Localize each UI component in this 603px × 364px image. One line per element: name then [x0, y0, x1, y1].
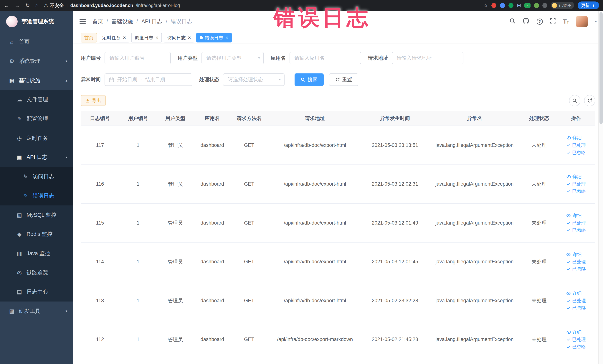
security-warning[interactable]: ⚠ 不安全 [44, 2, 64, 9]
hamburger-icon[interactable] [79, 19, 86, 25]
request-url-label: 请求地址 [368, 55, 388, 61]
cell-user-type: 管理员 [157, 126, 194, 165]
user-avatar[interactable] [576, 16, 588, 27]
tab[interactable]: 错误日志 × [196, 33, 232, 42]
reload-icon[interactable]: ↻ [25, 2, 30, 9]
search-button[interactable]: 搜索 [295, 73, 324, 86]
mark-processed-link[interactable]: 已处理 [566, 336, 586, 342]
refresh-button[interactable] [584, 95, 595, 106]
edit-config-icon: ✎ [16, 116, 23, 122]
detail-link[interactable]: 详细 [566, 329, 582, 335]
close-icon[interactable]: × [225, 35, 228, 40]
request-url-input[interactable] [392, 52, 464, 64]
process-status-select[interactable]: 请选择处理状态 ▾ [223, 73, 285, 86]
detail-link[interactable]: 详细 [566, 135, 582, 141]
breadcrumb-item[interactable]: 首页 [92, 18, 103, 25]
home-icon[interactable]: ⌂ [35, 2, 39, 9]
extension-icon-dark[interactable] [542, 3, 547, 8]
mark-processed-link[interactable]: 已处理 [566, 220, 586, 226]
close-icon[interactable]: × [156, 35, 159, 40]
app-title: 芋道管理系统 [22, 18, 54, 25]
sidebar-item-dev-tools[interactable]: ▩ 研发工具 ▾ [0, 302, 73, 321]
extension-on-badge[interactable]: on [524, 3, 531, 8]
extension-icon-red[interactable] [491, 3, 496, 8]
detail-link[interactable]: 详细 [566, 251, 582, 258]
detail-link[interactable]: 详细 [566, 212, 582, 219]
extension-icon-green[interactable] [509, 3, 513, 8]
tab[interactable]: 定时任务 × [99, 33, 129, 42]
sidebar-item-scheduled-tasks[interactable]: ◷ 定时任务 [0, 129, 73, 148]
font-size-small: T [567, 20, 569, 24]
sidebar-item-infrastructure[interactable]: ▦ 基础设施 ▴ [0, 71, 73, 90]
help-icon[interactable]: ? [537, 19, 543, 25]
breadcrumb-item[interactable]: API 日志 [133, 18, 162, 25]
mark-processed-link[interactable]: 已处理 [566, 259, 586, 265]
sidebar-item-file-management[interactable]: ☁ 文件管理 [0, 90, 73, 109]
mark-ignored-link[interactable]: 已忽略 [566, 227, 586, 233]
sidebar-item-log-center[interactable]: ▤ 日志中心 [0, 282, 73, 302]
sidebar-item-home[interactable]: ⌂ 首页 [0, 32, 73, 52]
breadcrumb-item[interactable]: 错误日志 [162, 18, 192, 25]
scrollbar[interactable] [598, 11, 603, 364]
sidebar-item-error-logs[interactable]: ✎ 错误日志 [0, 186, 73, 205]
cell-exception-name: java.lang.IllegalArgumentException [428, 320, 522, 359]
sidebar-item-label: 定时任务 [26, 134, 48, 142]
app-name-input[interactable] [290, 52, 361, 64]
detail-link[interactable]: 详细 [566, 174, 582, 180]
mark-processed-link[interactable]: 已处理 [566, 142, 586, 148]
date-separator: - [140, 77, 142, 82]
extension-icon-leaf[interactable] [534, 3, 539, 8]
sidebar-item-api-logs[interactable]: ▣ API 日志 ▴ [0, 148, 73, 167]
cell-log-id: 115 [81, 203, 119, 242]
cell-log-id: 112 [81, 320, 119, 359]
fullscreen-icon[interactable] [550, 18, 556, 25]
avatar-caret-icon[interactable]: ▾ [595, 19, 597, 24]
search-icon[interactable] [509, 18, 515, 25]
cell-method: GET [231, 320, 268, 359]
cell-exception-name: java.lang.IllegalArgumentException [428, 165, 522, 204]
mark-ignored-link[interactable]: 已忽略 [566, 344, 586, 350]
sidebar-item-config-management[interactable]: ✎ 配置管理 [0, 109, 73, 129]
script-paused-chip[interactable]: 已暂停 [551, 2, 574, 9]
sidebar-item-java-monitor[interactable]: ▥ Java 监控 [0, 244, 73, 263]
export-button[interactable]: 导出 [81, 95, 106, 106]
detail-link[interactable]: 详细 [566, 290, 582, 296]
sidebar-item-access-logs[interactable]: ✎ 访问日志 [0, 167, 73, 186]
address-bar[interactable]: ⚠ 不安全 | dashboard.yudao.iocoder.cn/infra… [44, 2, 180, 9]
mark-processed-link[interactable]: 已处理 [566, 298, 586, 304]
mark-ignored-link[interactable]: 已忽略 [566, 266, 586, 272]
sidebar-item-mysql-monitor[interactable]: ▧ MySQL 监控 [0, 205, 73, 225]
browser-update-button[interactable]: 更新 ⋮ [578, 1, 599, 9]
cell-actions: 详细 已处理 已忽略 [557, 165, 595, 204]
github-icon[interactable] [523, 18, 529, 26]
sidebar-item-trace[interactable]: ◎ 链路追踪 [0, 263, 73, 282]
breadcrumb-item[interactable]: 基础设施 [103, 18, 133, 25]
font-size-icon[interactable]: TT [563, 18, 569, 25]
sidebar-item-label: Redis 监控 [26, 231, 52, 238]
sidebar-item-redis-monitor[interactable]: ◆ Redis 监控 [0, 224, 73, 244]
mark-ignored-link[interactable]: 已忽略 [566, 150, 586, 156]
scrollbar-thumb[interactable] [600, 12, 603, 124]
sidebar-item-system-management[interactable]: ⚙ 系统管理 ▾ [0, 52, 73, 71]
user-id-input[interactable] [104, 52, 171, 64]
reset-button[interactable]: 重置 [329, 73, 358, 86]
extension-grid-icon[interactable]: ⊞ [517, 2, 521, 8]
bookmark-star-icon[interactable]: ☆ [483, 2, 488, 8]
extension-icon-blue[interactable] [500, 3, 505, 8]
mark-ignored-link[interactable]: 已忽略 [566, 188, 586, 194]
end-date-placeholder: 结束日期 [145, 76, 165, 83]
tab[interactable]: 首页 × [81, 33, 97, 42]
close-icon[interactable]: × [123, 35, 126, 40]
back-icon[interactable]: ← [4, 2, 9, 9]
forward-icon[interactable]: → [15, 2, 20, 9]
top-navbar: 首页 基础设施 API 日志 错误日志 ? [73, 11, 603, 32]
tab[interactable]: 调度日志 × [131, 33, 162, 42]
user-type-select[interactable]: 请选择用户类型 ▾ [201, 52, 264, 64]
tab[interactable]: 访问日志 × [164, 33, 194, 42]
app-logo[interactable]: 芋道管理系统 [0, 11, 73, 32]
mark-ignored-link[interactable]: 已忽略 [566, 305, 586, 311]
date-range-picker[interactable]: 开始日期 - 结束日期 [104, 73, 192, 86]
search-toggle-button[interactable] [569, 95, 580, 106]
mark-processed-link[interactable]: 已处理 [566, 181, 586, 187]
close-icon[interactable]: × [188, 35, 191, 40]
